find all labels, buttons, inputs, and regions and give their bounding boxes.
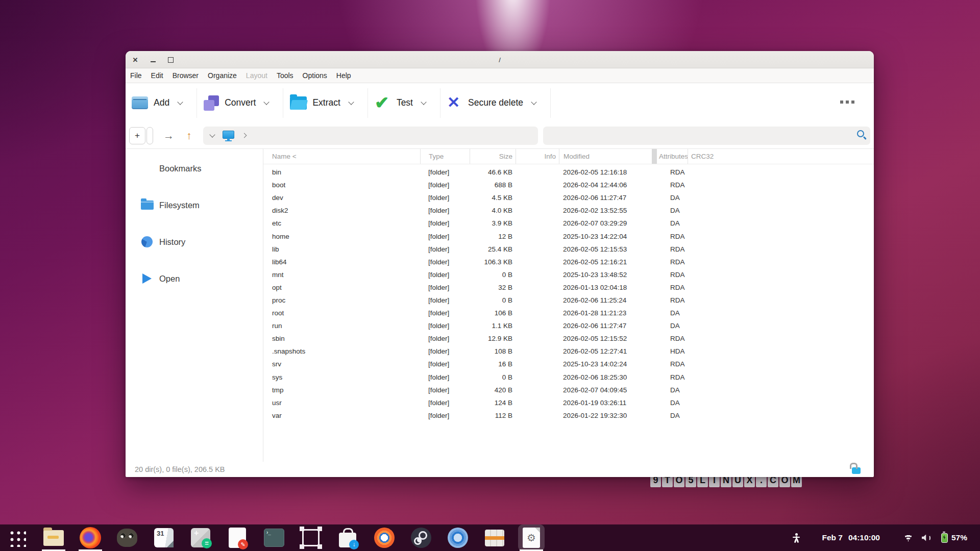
search-input[interactable] bbox=[543, 127, 871, 145]
taskbar-image-viewer[interactable] bbox=[371, 524, 398, 551]
taskbar-chromium[interactable] bbox=[445, 524, 471, 551]
status-bar: 20 dir(s), 0 file(s), 206.5 KB bbox=[126, 462, 874, 477]
taskbar-archive-manager[interactable] bbox=[481, 524, 508, 551]
menu-organize[interactable]: Organize bbox=[203, 71, 241, 80]
computer-icon[interactable] bbox=[223, 131, 234, 139]
lock-open-icon[interactable] bbox=[852, 467, 861, 474]
add-archive-button[interactable]: Add bbox=[130, 88, 192, 118]
chevron-down-icon[interactable] bbox=[348, 99, 354, 105]
sidebar-item-label: History bbox=[159, 237, 185, 247]
table-row[interactable]: sbin[folder]12.9 KB2026-02-05 12:15:52RD… bbox=[263, 332, 874, 345]
cell-type: [folder] bbox=[420, 194, 470, 202]
menu-browser[interactable]: Browser bbox=[168, 71, 203, 80]
table-row[interactable]: .snapshots[folder]108 B2026-02-05 12:27:… bbox=[263, 345, 874, 358]
cell-attributes: RDA bbox=[657, 181, 688, 189]
chevron-down-icon[interactable] bbox=[209, 132, 215, 137]
column-resize-bar[interactable] bbox=[652, 149, 657, 164]
menu-options[interactable]: Options bbox=[298, 71, 332, 80]
sidebar-item-filesystem[interactable]: Filesystem bbox=[126, 187, 263, 223]
table-row[interactable]: lib64[folder]106.3 KB2026-02-05 12:16:21… bbox=[263, 256, 874, 268]
table-row[interactable]: srv[folder]16 B2025-10-23 14:02:24RDA bbox=[263, 358, 874, 370]
tab-strip-handle[interactable] bbox=[146, 127, 153, 144]
cell-size: 25.4 KB bbox=[470, 245, 516, 253]
table-row[interactable]: boot[folder]688 B2026-02-04 12:44:06RDA bbox=[263, 179, 874, 191]
sidebar-item-label: Filesystem bbox=[159, 201, 200, 210]
desktop-wallpaper: 9TO5LINUX.COM / FileEditBrowserOrganizeL… bbox=[0, 0, 980, 551]
tray-date: Feb 7 bbox=[822, 533, 842, 542]
cell-size: 3.9 KB bbox=[470, 219, 516, 227]
search-icon[interactable] bbox=[857, 130, 864, 137]
test-button[interactable]: Test bbox=[373, 88, 435, 118]
taskbar-screenshot-tool[interactable] bbox=[298, 524, 324, 551]
taskbar-app-launcher[interactable] bbox=[4, 524, 30, 551]
column-header-attr[interactable]: Attributes bbox=[657, 149, 688, 164]
table-row[interactable]: run[folder]1.1 KB2026-02-06 11:27:47DA bbox=[263, 319, 874, 332]
column-header-type[interactable]: Type bbox=[420, 149, 470, 164]
table-row[interactable]: root[folder]106 B2026-01-28 11:21:23DA bbox=[263, 307, 874, 319]
chevron-down-icon[interactable] bbox=[264, 99, 270, 105]
cell-name: .snapshots bbox=[263, 347, 420, 355]
taskbar-firefox[interactable] bbox=[77, 524, 104, 551]
wifi-icon[interactable] bbox=[903, 534, 913, 542]
sidebar-item-history[interactable]: History bbox=[126, 223, 263, 260]
chevron-down-icon[interactable] bbox=[177, 99, 183, 105]
table-row[interactable]: usr[folder]124 B2026-01-19 03:26:11DA bbox=[263, 396, 874, 409]
cell-name: disk2 bbox=[263, 207, 420, 214]
up-directory-icon[interactable]: ↑ bbox=[186, 130, 192, 142]
cell-type: [folder] bbox=[420, 219, 470, 227]
taskbar-calculator[interactable] bbox=[187, 524, 214, 551]
column-header-crc[interactable]: CRC32 bbox=[688, 149, 874, 164]
gimp-icon bbox=[117, 529, 137, 547]
taskbar-file-manager[interactable] bbox=[40, 524, 67, 551]
terminal-icon bbox=[264, 529, 284, 547]
table-row[interactable]: etc[folder]3.9 KB2026-02-07 03:29:29DA bbox=[263, 217, 874, 230]
convert-button[interactable]: Convert bbox=[202, 88, 278, 118]
cell-modified: 2026-02-06 11:27:47 bbox=[559, 194, 657, 202]
secure-delete-button[interactable]: Secure delete bbox=[445, 88, 546, 118]
taskbar-calendar[interactable]: 31 bbox=[151, 524, 177, 551]
column-header-info[interactable]: Info bbox=[516, 149, 559, 164]
taskbar-terminal[interactable] bbox=[261, 524, 287, 551]
forward-icon[interactable]: → bbox=[163, 130, 174, 142]
table-row[interactable]: dev[folder]4.5 KB2026-02-06 11:27:47DA bbox=[263, 191, 874, 204]
more-options-icon[interactable] bbox=[840, 101, 854, 104]
table-row[interactable]: home[folder]12 B2025-10-23 14:22:04RDA bbox=[263, 230, 874, 242]
chevron-down-icon[interactable] bbox=[531, 99, 536, 105]
volume-icon[interactable] bbox=[922, 534, 932, 542]
column-header-name[interactable]: Name < bbox=[263, 149, 420, 164]
taskbar-peazip[interactable] bbox=[518, 524, 545, 551]
accessibility-icon[interactable] bbox=[792, 533, 800, 542]
table-row[interactable]: bin[folder]46.6 KB2026-02-05 12:16:18RDA bbox=[263, 166, 874, 179]
new-tab-button[interactable]: + bbox=[129, 127, 145, 144]
taskbar-software-store[interactable] bbox=[334, 524, 361, 551]
menu-help[interactable]: Help bbox=[332, 71, 356, 80]
table-row[interactable]: disk2[folder]4.0 KB2026-02-02 13:52:55DA bbox=[263, 204, 874, 217]
taskbar-text-editor[interactable] bbox=[224, 524, 251, 551]
sidebar-item-bookmarks[interactable]: Bookmarks bbox=[126, 150, 263, 187]
menu-tools[interactable]: Tools bbox=[272, 71, 298, 80]
clock[interactable]: Feb 7 04:10:00 bbox=[822, 533, 880, 542]
table-row[interactable]: tmp[folder]420 B2026-02-07 04:09:45DA bbox=[263, 384, 874, 396]
sidebar-item-open[interactable]: Open bbox=[126, 260, 263, 297]
column-header-size[interactable]: Size bbox=[470, 149, 516, 164]
taskbar-apps: 31 bbox=[4, 524, 545, 551]
cell-name: bin bbox=[263, 168, 420, 176]
taskbar-gimp[interactable] bbox=[114, 524, 140, 551]
table-row[interactable]: mnt[folder]0 B2025-10-23 13:48:52RDA bbox=[263, 268, 874, 281]
table-row[interactable]: var[folder]112 B2026-01-22 19:32:30DA bbox=[263, 409, 874, 422]
cell-size: 0 B bbox=[470, 271, 516, 279]
cell-name: run bbox=[263, 322, 420, 330]
chevron-down-icon[interactable] bbox=[421, 99, 426, 105]
cell-name: var bbox=[263, 412, 420, 419]
menu-file[interactable]: File bbox=[126, 71, 146, 80]
extract-button[interactable]: Extract bbox=[288, 88, 362, 118]
table-row[interactable]: lib[folder]25.4 KB2026-02-05 12:15:53RDA bbox=[263, 243, 874, 256]
battery-icon[interactable] bbox=[941, 533, 948, 543]
table-row[interactable]: sys[folder]0 B2026-02-06 18:25:30RDA bbox=[263, 371, 874, 384]
table-row[interactable]: opt[folder]32 B2026-01-13 02:04:18RDA bbox=[263, 281, 874, 294]
address-breadcrumb[interactable] bbox=[203, 127, 538, 145]
column-header-mod[interactable]: Modified bbox=[559, 149, 652, 164]
taskbar-steam[interactable] bbox=[408, 524, 434, 551]
table-row[interactable]: proc[folder]0 B2026-02-06 11:25:24RDA bbox=[263, 294, 874, 307]
menu-edit[interactable]: Edit bbox=[146, 71, 168, 80]
